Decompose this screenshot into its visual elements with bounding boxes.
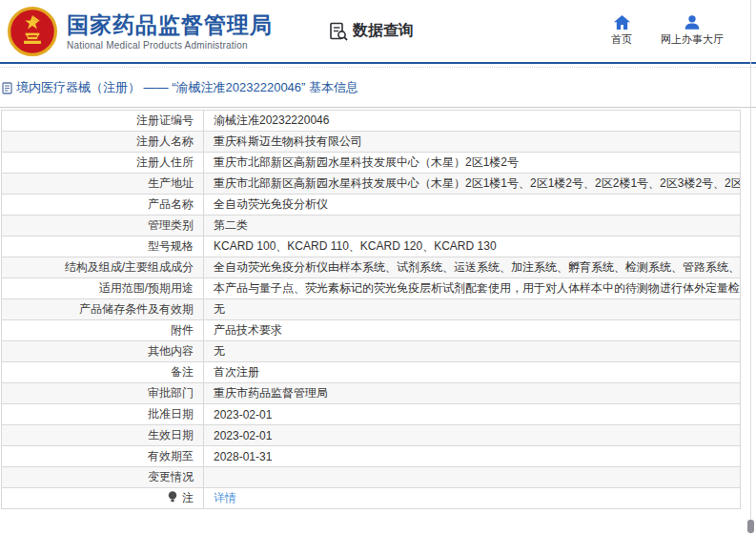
org-title-block: 国家药品监督管理局 National Medical Products Admi…: [67, 12, 273, 51]
table-row: 产品名称 全自动荧光免疫分析仪: [2, 195, 741, 216]
row-label-text: 型号规格: [148, 239, 194, 253]
person-icon: [684, 15, 700, 30]
table-row: 结构及组成/主要组成成分 全自动荧光免疫分析仪由样本系统、试剂系统、运送系统、加…: [2, 257, 741, 278]
table-row: 注册人名称 重庆科斯迈生物科技有限公司: [2, 132, 741, 153]
row-label: 审批部门: [2, 383, 204, 404]
site-header: 国家药品监督管理局 National Medical Products Admi…: [0, 0, 756, 64]
table-row: 变更情况: [2, 467, 741, 488]
row-value: 重庆市北部新区高新园水星科技发展中心（木星）2区1楼1号、2区1楼2号、2区2楼…: [204, 174, 741, 195]
doc-magnifier-icon: [328, 21, 349, 42]
table-row: 批准日期 2023-02-01: [2, 404, 741, 425]
row-value: 渝械注准20232220046: [204, 111, 741, 132]
row-label: 注册人住所: [2, 153, 204, 174]
row-label-text: 注: [182, 491, 194, 504]
row-label: 管理类别: [2, 216, 204, 236]
row-value-text: 重庆市北部新区高新园水星科技发展中心（木星）2区1楼2号: [214, 155, 519, 169]
row-value-text: 全自动荧光免疫分析仪由样本系统、试剂系统、运送系统、加注系统、孵育系统、检测系统…: [214, 260, 741, 274]
row-value-text: 2023-02-01: [214, 408, 272, 421]
row-label: 产品名称: [2, 195, 204, 216]
row-value-text: 本产品与量子点、荧光素标记的荧光免疫层析试剂配套使用，用于对人体样本中的待测物进…: [214, 281, 741, 295]
nav-home[interactable]: 首页: [611, 15, 632, 47]
row-value: 全自动荧光免疫分析仪: [204, 195, 741, 216]
scrollbar-thumb[interactable]: [747, 520, 754, 533]
row-value: 重庆市药品监督管理局: [204, 383, 741, 404]
table-row: 备注 首次注册: [2, 362, 741, 383]
row-label: 型号规格: [2, 236, 204, 257]
table-row: 生效日期 2023-02-01: [2, 425, 741, 446]
row-value-text: 无: [214, 344, 225, 358]
org-name-en: National Medical Products Administration: [67, 40, 273, 51]
row-label: 备注: [2, 362, 204, 383]
row-label-text: 生产地址: [148, 176, 194, 190]
table-row: 其他内容 无: [2, 341, 741, 362]
top-nav: 首页 网上办事大厅: [611, 15, 724, 47]
row-value: 详情: [204, 488, 741, 509]
page-title: 境内医疗器械（注册） —— “渝械注准20232220046” 基本信息: [16, 79, 358, 96]
nav-service-hall[interactable]: 网上办事大厅: [661, 15, 724, 47]
row-value-text: 全自动荧光免疫分析仪: [214, 197, 328, 211]
row-label: 生产地址: [2, 174, 204, 195]
row-label: 生效日期: [2, 425, 204, 446]
table-row: 适用范围/预期用途 本产品与量子点、荧光素标记的荧光免疫层析试剂配套使用，用于对…: [2, 278, 741, 299]
row-value: 重庆市北部新区高新园水星科技发展中心（木星）2区1楼2号: [204, 153, 741, 174]
row-label-text: 备注: [171, 365, 194, 379]
row-label-text: 有效期至: [148, 449, 194, 462]
row-value: 全自动荧光免疫分析仪由样本系统、试剂系统、运送系统、加注系统、孵育系统、检测系统…: [204, 257, 741, 278]
table-row: 注 详情: [2, 488, 741, 509]
scrollbar-track: [750, 0, 751, 534]
row-label-text: 生效日期: [148, 428, 194, 442]
row-label-text: 审批部门: [148, 386, 194, 400]
row-value-text: 渝械注准20232220046: [214, 113, 329, 127]
row-value: 首次注册: [204, 362, 741, 383]
row-value: 第二类: [204, 216, 741, 236]
row-label: 结构及组成/主要组成成分: [2, 257, 204, 278]
row-value-text: 重庆市北部新区高新园水星科技发展中心（木星）2区1楼1号、2区1楼2号、2区2楼…: [214, 176, 741, 190]
table-row: 产品储存条件及有效期 无: [2, 299, 741, 320]
table-row: 附件 产品技术要求: [2, 320, 741, 341]
row-label: 有效期至: [2, 446, 204, 467]
row-value-text: 2023-02-01: [214, 429, 272, 442]
row-label: 注册证编号: [2, 111, 204, 132]
row-value-text: 重庆科斯迈生物科技有限公司: [214, 134, 362, 148]
row-label: 附件: [2, 320, 204, 341]
table-row: 型号规格 KCARD 100、KCARD 110、KCARD 120、KCARD…: [2, 236, 741, 257]
row-label-text: 产品名称: [148, 197, 194, 211]
registration-info-table: 注册证编号 渝械注准20232220046 注册人名称 重庆科斯迈生物科技有限公…: [1, 110, 741, 509]
table-row: 管理类别 第二类: [2, 216, 741, 236]
row-label: 注: [2, 488, 204, 509]
row-label: 变更情况: [2, 467, 204, 488]
row-value: 2023-02-01: [204, 404, 741, 425]
row-label: 产品储存条件及有效期: [2, 299, 204, 320]
table-row: 生产地址 重庆市北部新区高新园水星科技发展中心（木星）2区1楼1号、2区1楼2号…: [2, 174, 741, 195]
row-value: 2028-01-31: [204, 446, 741, 467]
row-label-text: 注册人名称: [136, 134, 194, 148]
row-value-text: 产品技术要求: [214, 323, 282, 337]
row-value-text: 首次注册: [214, 365, 259, 379]
row-label-text: 其他内容: [148, 344, 194, 358]
row-value-text: 第二类: [214, 218, 248, 232]
row-value-text: 无: [214, 302, 225, 316]
breadcrumb-wrap: 境内医疗器械（注册） —— “渝械注准20232220046” 基本信息: [0, 67, 756, 108]
row-value-text: 2028-01-31: [214, 450, 272, 463]
row-label-text: 注册证编号: [136, 113, 194, 127]
row-label-text: 管理类别: [148, 218, 194, 232]
data-query-nav[interactable]: 数据查询: [328, 21, 414, 42]
note-icon: [168, 491, 177, 505]
row-value: KCARD 100、KCARD 110、KCARD 120、KCARD 130: [204, 236, 741, 257]
row-value: 无: [204, 299, 741, 320]
table-row: 有效期至 2028-01-31: [2, 446, 741, 467]
row-value: 产品技术要求: [204, 320, 741, 341]
breadcrumb: 境内医疗器械（注册） —— “渝械注准20232220046” 基本信息: [0, 68, 756, 108]
row-value: [204, 467, 741, 488]
document-icon: [2, 82, 13, 94]
row-value: 本产品与量子点、荧光素标记的荧光免疫层析试剂配套使用，用于对人体样本中的待测物进…: [204, 278, 741, 299]
row-label-text: 变更情况: [148, 470, 194, 483]
row-label: 其他内容: [2, 341, 204, 362]
detail-link[interactable]: 详情: [214, 491, 236, 504]
info-table-body: 注册证编号 渝械注准20232220046 注册人名称 重庆科斯迈生物科技有限公…: [2, 111, 741, 509]
row-value: 2023-02-01: [204, 425, 741, 446]
org-name-cn: 国家药品监督管理局: [67, 12, 273, 37]
nav-home-label: 首页: [611, 32, 632, 47]
nav-service-hall-label: 网上办事大厅: [661, 32, 724, 47]
table-row: 注册人住所 重庆市北部新区高新园水星科技发展中心（木星）2区1楼2号: [2, 153, 741, 174]
